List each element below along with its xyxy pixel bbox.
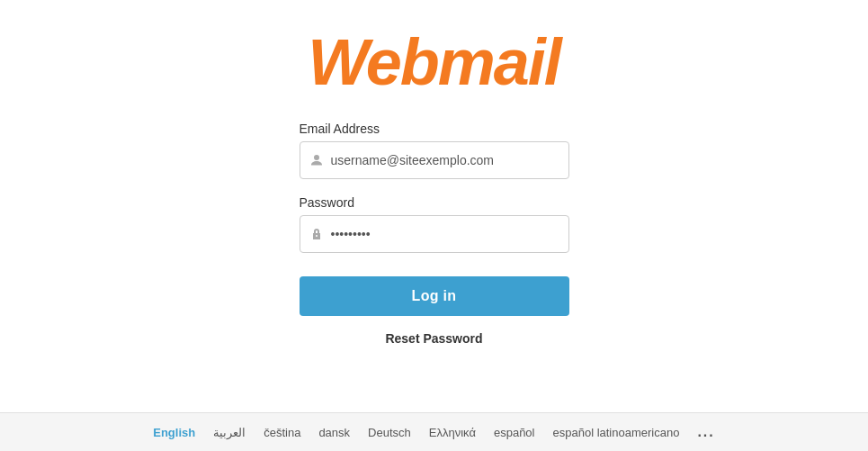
email-input[interactable] — [331, 142, 559, 178]
main-content: Webmail Email Address Password — [0, 0, 868, 412]
password-input[interactable] — [331, 216, 559, 252]
lang-arabic[interactable]: العربية — [213, 426, 246, 439]
lang-greek[interactable]: Ελληνικά — [429, 426, 476, 439]
lang-german[interactable]: Deutsch — [368, 426, 411, 439]
password-field-group: Password — [300, 195, 569, 253]
lang-more-button[interactable]: ... — [697, 424, 714, 440]
language-bar: English العربية čeština dansk Deutsch Ελ… — [0, 412, 868, 451]
email-input-wrapper — [300, 141, 569, 179]
lang-danish[interactable]: dansk — [318, 426, 350, 439]
login-button[interactable]: Log in — [300, 276, 569, 316]
login-form: Email Address Password — [300, 122, 569, 347]
password-label: Password — [300, 195, 569, 210]
logo-container: Webmail — [308, 30, 560, 95]
reset-password-link[interactable]: Reset Password — [385, 331, 482, 346]
email-field-group: Email Address — [300, 122, 569, 179]
lang-spanish-latin[interactable]: español latinoamericano — [552, 426, 679, 439]
logo-text: Webmail — [308, 26, 560, 98]
user-icon — [309, 153, 324, 167]
password-input-wrapper — [300, 215, 569, 253]
lang-spanish[interactable]: español — [494, 426, 535, 439]
lang-czech[interactable]: čeština — [264, 426, 300, 439]
reset-password-container: Reset Password — [300, 330, 569, 347]
email-label: Email Address — [300, 122, 569, 136]
lang-english[interactable]: English — [153, 426, 195, 439]
lock-icon — [309, 227, 324, 241]
